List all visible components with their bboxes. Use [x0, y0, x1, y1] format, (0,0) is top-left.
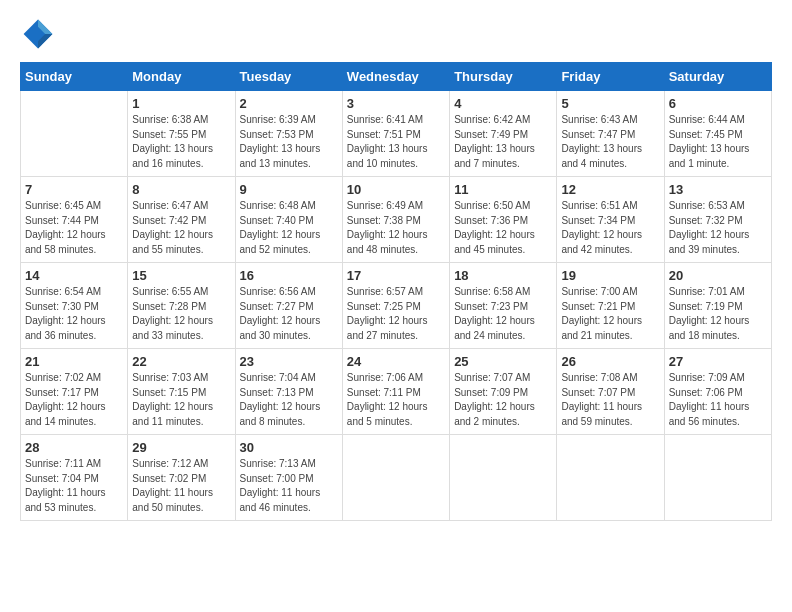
day-number: 22 — [132, 354, 230, 369]
day-number: 29 — [132, 440, 230, 455]
day-number: 10 — [347, 182, 445, 197]
cell-info: Sunrise: 6:47 AMSunset: 7:42 PMDaylight:… — [132, 199, 230, 257]
cell-info: Sunrise: 7:02 AMSunset: 7:17 PMDaylight:… — [25, 371, 123, 429]
cell-info: Sunrise: 7:04 AMSunset: 7:13 PMDaylight:… — [240, 371, 338, 429]
cell-info: Sunrise: 6:39 AMSunset: 7:53 PMDaylight:… — [240, 113, 338, 171]
cell-info: Sunrise: 7:08 AMSunset: 7:07 PMDaylight:… — [561, 371, 659, 429]
cell-info: Sunrise: 6:49 AMSunset: 7:38 PMDaylight:… — [347, 199, 445, 257]
day-number: 6 — [669, 96, 767, 111]
cell-info: Sunrise: 6:58 AMSunset: 7:23 PMDaylight:… — [454, 285, 552, 343]
day-number: 24 — [347, 354, 445, 369]
calendar-cell: 10Sunrise: 6:49 AMSunset: 7:38 PMDayligh… — [342, 177, 449, 263]
calendar-cell: 18Sunrise: 6:58 AMSunset: 7:23 PMDayligh… — [450, 263, 557, 349]
cell-info: Sunrise: 6:44 AMSunset: 7:45 PMDaylight:… — [669, 113, 767, 171]
cell-info: Sunrise: 6:53 AMSunset: 7:32 PMDaylight:… — [669, 199, 767, 257]
day-number: 16 — [240, 268, 338, 283]
cell-info: Sunrise: 6:41 AMSunset: 7:51 PMDaylight:… — [347, 113, 445, 171]
calendar-week-3: 14Sunrise: 6:54 AMSunset: 7:30 PMDayligh… — [21, 263, 772, 349]
calendar-cell: 22Sunrise: 7:03 AMSunset: 7:15 PMDayligh… — [128, 349, 235, 435]
day-header-friday: Friday — [557, 63, 664, 91]
calendar-cell: 28Sunrise: 7:11 AMSunset: 7:04 PMDayligh… — [21, 435, 128, 521]
day-number: 27 — [669, 354, 767, 369]
day-number: 5 — [561, 96, 659, 111]
calendar-cell: 19Sunrise: 7:00 AMSunset: 7:21 PMDayligh… — [557, 263, 664, 349]
calendar-cell: 26Sunrise: 7:08 AMSunset: 7:07 PMDayligh… — [557, 349, 664, 435]
day-number: 19 — [561, 268, 659, 283]
day-number: 25 — [454, 354, 552, 369]
calendar-week-5: 28Sunrise: 7:11 AMSunset: 7:04 PMDayligh… — [21, 435, 772, 521]
day-header-saturday: Saturday — [664, 63, 771, 91]
cell-info: Sunrise: 7:09 AMSunset: 7:06 PMDaylight:… — [669, 371, 767, 429]
page-container: SundayMondayTuesdayWednesdayThursdayFrid… — [0, 0, 792, 531]
calendar-cell: 30Sunrise: 7:13 AMSunset: 7:00 PMDayligh… — [235, 435, 342, 521]
calendar-cell — [342, 435, 449, 521]
cell-info: Sunrise: 6:50 AMSunset: 7:36 PMDaylight:… — [454, 199, 552, 257]
calendar-cell: 17Sunrise: 6:57 AMSunset: 7:25 PMDayligh… — [342, 263, 449, 349]
calendar-cell: 20Sunrise: 7:01 AMSunset: 7:19 PMDayligh… — [664, 263, 771, 349]
calendar-cell: 29Sunrise: 7:12 AMSunset: 7:02 PMDayligh… — [128, 435, 235, 521]
cell-info: Sunrise: 6:42 AMSunset: 7:49 PMDaylight:… — [454, 113, 552, 171]
day-number: 30 — [240, 440, 338, 455]
day-number: 17 — [347, 268, 445, 283]
page-header — [20, 16, 772, 52]
day-number: 28 — [25, 440, 123, 455]
calendar-cell — [664, 435, 771, 521]
day-number: 8 — [132, 182, 230, 197]
day-header-tuesday: Tuesday — [235, 63, 342, 91]
cell-info: Sunrise: 7:06 AMSunset: 7:11 PMDaylight:… — [347, 371, 445, 429]
cell-info: Sunrise: 6:56 AMSunset: 7:27 PMDaylight:… — [240, 285, 338, 343]
calendar-cell — [21, 91, 128, 177]
calendar-cell: 27Sunrise: 7:09 AMSunset: 7:06 PMDayligh… — [664, 349, 771, 435]
cell-info: Sunrise: 7:01 AMSunset: 7:19 PMDaylight:… — [669, 285, 767, 343]
day-number: 7 — [25, 182, 123, 197]
day-number: 20 — [669, 268, 767, 283]
calendar-cell: 6Sunrise: 6:44 AMSunset: 7:45 PMDaylight… — [664, 91, 771, 177]
day-number: 26 — [561, 354, 659, 369]
cell-info: Sunrise: 7:13 AMSunset: 7:00 PMDaylight:… — [240, 457, 338, 515]
day-number: 21 — [25, 354, 123, 369]
calendar-week-2: 7Sunrise: 6:45 AMSunset: 7:44 PMDaylight… — [21, 177, 772, 263]
calendar-cell: 8Sunrise: 6:47 AMSunset: 7:42 PMDaylight… — [128, 177, 235, 263]
day-number: 23 — [240, 354, 338, 369]
calendar-cell: 23Sunrise: 7:04 AMSunset: 7:13 PMDayligh… — [235, 349, 342, 435]
cell-info: Sunrise: 6:54 AMSunset: 7:30 PMDaylight:… — [25, 285, 123, 343]
calendar-cell: 4Sunrise: 6:42 AMSunset: 7:49 PMDaylight… — [450, 91, 557, 177]
cell-info: Sunrise: 6:45 AMSunset: 7:44 PMDaylight:… — [25, 199, 123, 257]
day-number: 14 — [25, 268, 123, 283]
day-number: 3 — [347, 96, 445, 111]
calendar-cell: 13Sunrise: 6:53 AMSunset: 7:32 PMDayligh… — [664, 177, 771, 263]
day-header-thursday: Thursday — [450, 63, 557, 91]
logo-icon — [20, 16, 56, 52]
day-header-wednesday: Wednesday — [342, 63, 449, 91]
cell-info: Sunrise: 6:38 AMSunset: 7:55 PMDaylight:… — [132, 113, 230, 171]
calendar-cell: 25Sunrise: 7:07 AMSunset: 7:09 PMDayligh… — [450, 349, 557, 435]
calendar-cell: 15Sunrise: 6:55 AMSunset: 7:28 PMDayligh… — [128, 263, 235, 349]
cell-info: Sunrise: 7:00 AMSunset: 7:21 PMDaylight:… — [561, 285, 659, 343]
day-number: 11 — [454, 182, 552, 197]
day-number: 2 — [240, 96, 338, 111]
calendar-cell: 12Sunrise: 6:51 AMSunset: 7:34 PMDayligh… — [557, 177, 664, 263]
cell-info: Sunrise: 6:57 AMSunset: 7:25 PMDaylight:… — [347, 285, 445, 343]
day-number: 12 — [561, 182, 659, 197]
day-header-sunday: Sunday — [21, 63, 128, 91]
calendar-cell: 14Sunrise: 6:54 AMSunset: 7:30 PMDayligh… — [21, 263, 128, 349]
calendar-cell: 2Sunrise: 6:39 AMSunset: 7:53 PMDaylight… — [235, 91, 342, 177]
day-number: 18 — [454, 268, 552, 283]
calendar-cell: 3Sunrise: 6:41 AMSunset: 7:51 PMDaylight… — [342, 91, 449, 177]
calendar-cell: 1Sunrise: 6:38 AMSunset: 7:55 PMDaylight… — [128, 91, 235, 177]
cell-info: Sunrise: 6:43 AMSunset: 7:47 PMDaylight:… — [561, 113, 659, 171]
day-header-monday: Monday — [128, 63, 235, 91]
calendar-cell: 7Sunrise: 6:45 AMSunset: 7:44 PMDaylight… — [21, 177, 128, 263]
calendar-cell: 5Sunrise: 6:43 AMSunset: 7:47 PMDaylight… — [557, 91, 664, 177]
logo — [20, 16, 60, 52]
cell-info: Sunrise: 6:51 AMSunset: 7:34 PMDaylight:… — [561, 199, 659, 257]
day-number: 1 — [132, 96, 230, 111]
cell-info: Sunrise: 7:11 AMSunset: 7:04 PMDaylight:… — [25, 457, 123, 515]
cell-info: Sunrise: 6:48 AMSunset: 7:40 PMDaylight:… — [240, 199, 338, 257]
day-number: 15 — [132, 268, 230, 283]
cell-info: Sunrise: 7:12 AMSunset: 7:02 PMDaylight:… — [132, 457, 230, 515]
calendar-cell — [557, 435, 664, 521]
day-number: 9 — [240, 182, 338, 197]
cell-info: Sunrise: 7:03 AMSunset: 7:15 PMDaylight:… — [132, 371, 230, 429]
calendar-cell: 9Sunrise: 6:48 AMSunset: 7:40 PMDaylight… — [235, 177, 342, 263]
